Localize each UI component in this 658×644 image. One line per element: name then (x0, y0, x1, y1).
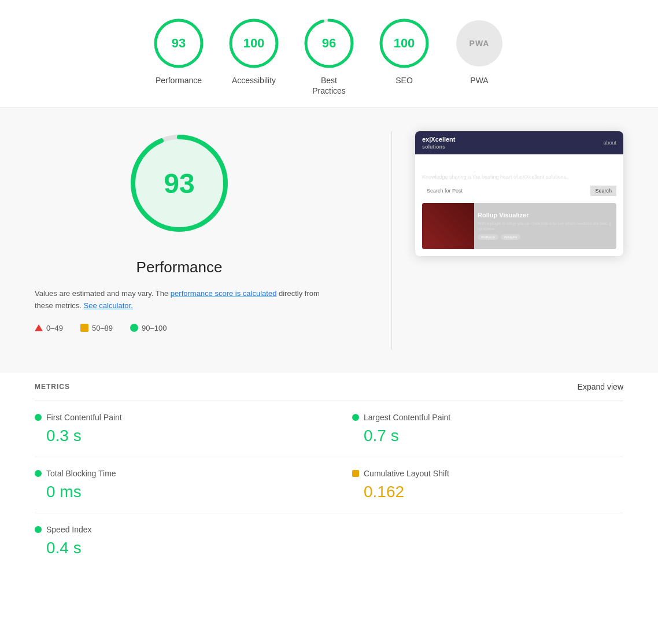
score-item-accessibility: 100 Accessibility (228, 17, 280, 86)
metric-lcp: Largest Contentful Paint 0.7 s (329, 401, 623, 457)
preview-card: April 21, 2023 Rollup Visualizer With a … (422, 203, 616, 249)
score-label-pwa: PWA (470, 75, 488, 86)
metric-tbt-value: 0 ms (35, 483, 306, 501)
metric-cls-name: Cumulative Layout Shift (364, 469, 449, 478)
score-circle-pwa: PWA (453, 17, 505, 69)
preview-search-bar: Search (422, 186, 616, 196)
preview-search-button[interactable]: Search (590, 186, 616, 196)
metric-fcp-value: 0.3 s (35, 427, 306, 445)
preview-site-title: Tech Blog (422, 161, 616, 172)
performance-title: Performance (35, 258, 324, 276)
preview-search-input[interactable] (422, 186, 588, 196)
metric-tbt-dot (35, 470, 42, 477)
metric-cls-name-row: Cumulative Layout Shift (352, 469, 623, 478)
metrics-label: METRICS (35, 383, 70, 391)
score-item-best-practices: 96 BestPractices (303, 17, 355, 96)
legend-item-green: 90–100 (130, 324, 167, 332)
description-prefix: Values are estimated and may vary. The (35, 289, 171, 298)
score-value-performance: 93 (172, 36, 186, 51)
score-label-performance: Performance (156, 75, 202, 86)
preview-card-title: Rollup Visualizer (478, 212, 613, 219)
metrics-grid: First Contentful Paint 0.3 s Largest Con… (35, 401, 623, 569)
preview-tag-1: #plugins (501, 234, 520, 240)
metric-si: Speed Index 0.4 s (35, 513, 329, 569)
score-label-seo: SEO (395, 75, 413, 86)
main-section: 93 Performance Values are estimated and … (0, 108, 658, 373)
legend-range-green: 90–100 (142, 324, 167, 332)
preview-card-date: April 21, 2023 (478, 206, 613, 210)
scores-section: 93 Performance 100 Accessibility 96 Best… (0, 0, 658, 108)
metric-fcp-name-row: First Contentful Paint (35, 413, 306, 422)
metric-fcp: First Contentful Paint 0.3 s (35, 401, 329, 457)
divider (391, 131, 392, 350)
metric-tbt: Total Blocking Time 0 ms (35, 457, 329, 513)
metric-lcp-dot (352, 414, 359, 421)
description-text: Values are estimated and may vary. The p… (35, 288, 324, 312)
right-panel: ex|Xcellentsolutions about Tech Blog Kno… (358, 131, 623, 350)
website-preview: ex|Xcellentsolutions about Tech Blog Kno… (415, 131, 623, 256)
orange-square-icon (80, 324, 88, 332)
large-score-circle: 93 (127, 131, 231, 235)
score-circle-seo: 100 (378, 17, 430, 69)
metric-si-value: 0.4 s (35, 539, 306, 557)
metric-lcp-value: 0.7 s (352, 427, 623, 445)
metric-lcp-name-row: Largest Contentful Paint (352, 413, 623, 422)
metric-fcp-dot (35, 414, 42, 421)
score-item-seo: 100 SEO (378, 17, 430, 86)
preview-top-bar: ex|Xcellentsolutions about (415, 131, 623, 154)
legend-item-red: 0–49 (35, 324, 63, 332)
score-item-pwa: PWA PWA (453, 17, 505, 86)
metric-si-name-row: Speed Index (35, 525, 306, 534)
score-value-seo: 100 (394, 36, 415, 51)
calculator-link[interactable]: See calculator. (84, 301, 133, 310)
score-item-performance: 93 Performance (153, 17, 205, 86)
metric-tbt-name-row: Total Blocking Time (35, 469, 306, 478)
metric-tbt-name: Total Blocking Time (46, 469, 116, 478)
score-label-accessibility: Accessibility (232, 75, 276, 86)
preview-about: about (603, 140, 616, 146)
legend-range-red: 0–49 (46, 324, 63, 332)
legend-item-orange: 50–89 (80, 324, 113, 332)
preview-tag-0: #rollup.js (478, 234, 498, 240)
score-circle-accessibility: 100 (228, 17, 280, 69)
metrics-header: METRICS Expand view (35, 373, 623, 401)
performance-score-link[interactable]: performance score is calculated (171, 289, 277, 298)
metric-si-dot (35, 526, 42, 533)
preview-logo-sub: solutions (422, 144, 445, 150)
preview-content: Tech Blog Knowledge sharing is the beati… (415, 154, 623, 256)
legend-range-orange: 50–89 (92, 324, 113, 332)
score-value-best-practices: 96 (322, 36, 336, 51)
metric-cls-value: 0.162 (352, 483, 623, 501)
large-score-value: 93 (164, 168, 194, 199)
score-label-best-practices: BestPractices (312, 75, 346, 96)
green-circle-icon (130, 324, 138, 332)
preview-card-image (422, 203, 474, 249)
legend: 0–49 50–89 90–100 (35, 324, 324, 332)
metrics-section: METRICS Expand view First Contentful Pai… (0, 373, 658, 569)
preview-site-subtitle: Knowledge sharing is the beating heart o… (422, 174, 616, 180)
metric-lcp-name: Largest Contentful Paint (364, 413, 450, 422)
expand-view-button[interactable]: Expand view (578, 382, 623, 391)
red-triangle-icon (35, 324, 43, 331)
preview-logo: ex|Xcellentsolutions (422, 136, 456, 150)
preview-card-description: With a plugin in rollup you can look ins… (478, 221, 613, 231)
left-panel: 93 Performance Values are estimated and … (35, 131, 324, 350)
preview-tags: #rollup.js #plugins (478, 234, 613, 240)
metric-cls-dot (352, 470, 359, 477)
score-circle-performance: 93 (153, 17, 205, 69)
preview-card-content: April 21, 2023 Rollup Visualizer With a … (474, 203, 616, 249)
score-circle-best-practices: 96 (303, 17, 355, 69)
score-value-accessibility: 100 (243, 36, 265, 51)
large-score-wrapper: 93 (35, 131, 324, 247)
metric-fcp-name: First Contentful Paint (46, 413, 122, 422)
metric-cls: Cumulative Layout Shift 0.162 (329, 457, 623, 513)
metric-si-name: Speed Index (46, 525, 92, 534)
score-value-pwa: PWA (470, 39, 490, 48)
metric-empty (329, 513, 623, 569)
